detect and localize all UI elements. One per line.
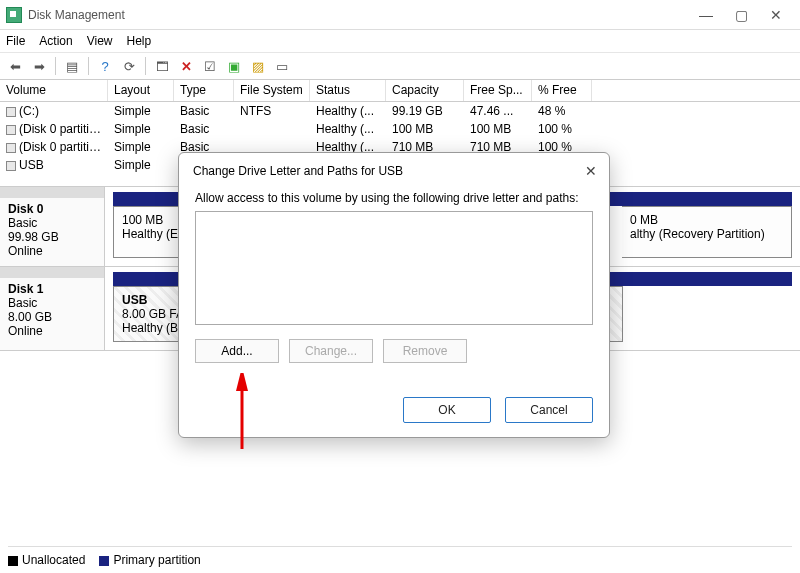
title-bar: Disk Management — ▢ ✕ <box>0 0 800 30</box>
delete-icon[interactable]: ✕ <box>175 55 197 77</box>
window-title: Disk Management <box>28 8 125 22</box>
properties-icon[interactable]: 🗔 <box>151 55 173 77</box>
menu-action[interactable]: Action <box>39 34 72 48</box>
disk1-info[interactable]: Disk 1 Basic 8.00 GB Online <box>0 267 105 350</box>
menu-bar: File Action View Help <box>0 30 800 52</box>
disk0-info[interactable]: Disk 0 Basic 99.98 GB Online <box>0 187 105 266</box>
volume-icon <box>6 125 16 135</box>
menu-file[interactable]: File <box>6 34 25 48</box>
maximize-button[interactable]: ▢ <box>735 7 748 23</box>
action2-icon[interactable]: ▨ <box>247 55 269 77</box>
show-hide-icon[interactable]: ▤ <box>61 55 83 77</box>
col-pct[interactable]: % Free <box>532 80 592 101</box>
col-status[interactable]: Status <box>310 80 386 101</box>
disk0-partition-recovery[interactable]: 0 MB althy (Recovery Partition) <box>622 206 792 258</box>
action3-icon[interactable]: ▭ <box>271 55 293 77</box>
col-filesystem[interactable]: File System <box>234 80 310 101</box>
disk0-size: 99.98 GB <box>8 230 96 244</box>
table-row[interactable]: (Disk 0 partitio...SimpleBasicHealthy (.… <box>0 120 800 138</box>
volume-icon <box>6 107 16 117</box>
change-button: Change... <box>289 339 373 363</box>
refresh-icon[interactable]: ⟳ <box>118 55 140 77</box>
col-capacity[interactable]: Capacity <box>386 80 464 101</box>
dialog-message: Allow access to this volume by using the… <box>195 191 593 205</box>
volume-icon <box>6 143 16 153</box>
disk1-size: 8.00 GB <box>8 310 96 324</box>
volume-list-header: Volume Layout Type File System Status Ca… <box>0 80 800 102</box>
back-icon[interactable]: ⬅ <box>4 55 26 77</box>
cancel-button[interactable]: Cancel <box>505 397 593 423</box>
help-icon[interactable]: ? <box>94 55 116 77</box>
settings-icon[interactable]: ☑ <box>199 55 221 77</box>
app-icon <box>6 7 22 23</box>
disk1-type: Basic <box>8 296 96 310</box>
dialog-title: Change Drive Letter and Paths for USB <box>193 164 403 178</box>
add-button[interactable]: Add... <box>195 339 279 363</box>
col-free[interactable]: Free Sp... <box>464 80 532 101</box>
volume-icon <box>6 161 16 171</box>
legend: Unallocated Primary partition <box>8 546 792 567</box>
menu-help[interactable]: Help <box>127 34 152 48</box>
menu-view[interactable]: View <box>87 34 113 48</box>
disk0-type: Basic <box>8 216 96 230</box>
minimize-button[interactable]: — <box>699 7 713 23</box>
paths-listbox[interactable] <box>195 211 593 325</box>
disk1-label: Disk 1 <box>8 282 96 296</box>
disk0-label: Disk 0 <box>8 202 96 216</box>
ok-button[interactable]: OK <box>403 397 491 423</box>
col-layout[interactable]: Layout <box>108 80 174 101</box>
action1-icon[interactable]: ▣ <box>223 55 245 77</box>
close-button[interactable]: ✕ <box>770 7 782 23</box>
disk1-state: Online <box>8 324 96 338</box>
remove-button: Remove <box>383 339 467 363</box>
table-row[interactable]: (C:)SimpleBasicNTFSHealthy (...99.19 GB4… <box>0 102 800 120</box>
change-drive-letter-dialog: Change Drive Letter and Paths for USB ✕ … <box>178 152 610 438</box>
forward-icon[interactable]: ➡ <box>28 55 50 77</box>
legend-primary-swatch <box>99 556 109 566</box>
legend-unallocated-swatch <box>8 556 18 566</box>
col-type[interactable]: Type <box>174 80 234 101</box>
toolbar: ⬅ ➡ ▤ ? ⟳ 🗔 ✕ ☑ ▣ ▨ ▭ <box>0 52 800 80</box>
dialog-close-icon[interactable]: ✕ <box>585 163 597 179</box>
disk0-state: Online <box>8 244 96 258</box>
col-volume[interactable]: Volume <box>0 80 108 101</box>
